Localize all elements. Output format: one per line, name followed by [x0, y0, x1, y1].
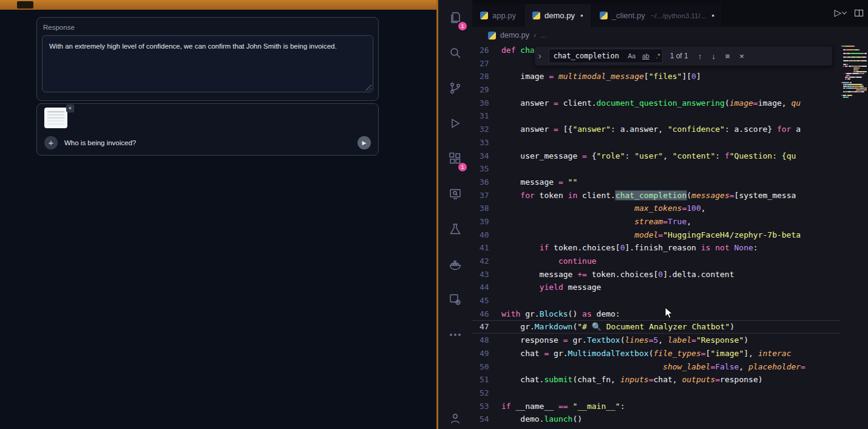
code-line[interactable]: 50 show_label=False, placeholder=: [472, 360, 840, 374]
line-number[interactable]: 34: [472, 149, 501, 163]
account-icon[interactable]: [438, 401, 472, 429]
line-number[interactable]: 55: [472, 426, 501, 429]
code-line[interactable]: 43 message += token.choices[0].delta.con…: [472, 268, 840, 281]
find-in-selection-button[interactable]: ≡: [723, 51, 733, 61]
find-next-button[interactable]: ↓: [709, 51, 718, 61]
explorer-icon[interactable]: 1: [438, 0, 472, 35]
line-number[interactable]: 43: [472, 268, 501, 281]
line-number[interactable]: 53: [472, 400, 501, 413]
breadcrumb-file[interactable]: demo.py: [500, 31, 529, 39]
code-line[interactable]: 29: [472, 83, 840, 97]
line-number[interactable]: 51: [472, 373, 501, 386]
line-number[interactable]: 39: [472, 215, 501, 228]
code-line[interactable]: 54 demo.launch(): [472, 413, 840, 426]
line-number[interactable]: 47: [472, 320, 501, 334]
tab-demo-py[interactable]: demo.py ●: [524, 4, 592, 27]
run-python-file-button[interactable]: ▷: [834, 7, 846, 18]
line-number[interactable]: 40: [472, 228, 501, 242]
response-textarea[interactable]: With an extremely high level of confiden…: [42, 35, 373, 92]
resize-handle-icon[interactable]: [365, 84, 371, 91]
minimap[interactable]: [840, 44, 868, 429]
line-number[interactable]: 30: [472, 97, 501, 110]
whole-word-button[interactable]: ab: [640, 52, 651, 60]
dirty-indicator-icon[interactable]: ●: [580, 13, 583, 18]
line-number[interactable]: 52: [472, 386, 501, 400]
line-number[interactable]: 27: [472, 57, 501, 70]
line-number[interactable]: 31: [472, 109, 501, 123]
code-line[interactable]: 55: [472, 426, 840, 429]
tab-app-py[interactable]: app.py: [472, 4, 524, 27]
tab-client-py[interactable]: _client.py ~/.../python3.11/... ●: [592, 4, 723, 27]
line-number[interactable]: 49: [472, 347, 501, 360]
code-line[interactable]: 49 chat = gr.MultimodalTextbox(file_type…: [472, 347, 840, 360]
line-number[interactable]: 48: [472, 334, 501, 347]
add-attachment-button[interactable]: +: [44, 136, 58, 149]
code-line[interactable]: 47 gr.Markdown("# 🔍 Document Analyzer Ch…: [472, 320, 840, 334]
code-line[interactable]: 44 yield message: [472, 281, 840, 294]
python-file-icon: [600, 12, 608, 19]
code-line[interactable]: 35: [472, 162, 840, 176]
find-input[interactable]: chat_completion Aa ab .*: [549, 49, 663, 63]
line-number[interactable]: 28: [472, 70, 501, 83]
code-line[interactable]: 48 response = gr.Textbox(lines=5, label=…: [472, 334, 840, 347]
code-line[interactable]: 53if __name__ == "__main__":: [472, 400, 840, 413]
code-line[interactable]: 46with gr.Blocks() as demo:: [472, 307, 840, 321]
docker-icon[interactable]: [438, 247, 472, 282]
line-number[interactable]: 46: [472, 307, 501, 321]
regex-button[interactable]: .*: [654, 52, 662, 60]
find-close-button[interactable]: ×: [737, 51, 747, 61]
line-number[interactable]: 38: [472, 202, 501, 215]
remote-explorer-icon[interactable]: [438, 176, 472, 211]
extensions-icon[interactable]: 1: [438, 141, 472, 176]
remove-attachment-button[interactable]: ×: [66, 105, 74, 112]
code-line[interactable]: 40 model="HuggingFaceH4/zephyr-7b-beta: [472, 228, 840, 242]
code-line[interactable]: 52: [472, 386, 840, 400]
line-number[interactable]: 32: [472, 123, 501, 136]
line-number[interactable]: 50: [472, 360, 501, 374]
line-number[interactable]: 36: [472, 176, 501, 189]
tools-gear-icon[interactable]: [438, 282, 472, 317]
code-line[interactable]: 42 continue: [472, 255, 840, 268]
line-number[interactable]: 42: [472, 255, 501, 268]
response-textbox-block: Response With an extremely high level of…: [36, 17, 379, 101]
breadcrumb-symbol[interactable]: ...: [540, 31, 546, 39]
code-line[interactable]: 33: [472, 136, 840, 149]
find-collapse-chevron-icon[interactable]: ›: [536, 51, 544, 61]
line-number[interactable]: 45: [472, 294, 501, 307]
testing-flask-icon[interactable]: [438, 211, 472, 247]
line-number[interactable]: 54: [472, 413, 501, 426]
browser-tab-chip[interactable]: [17, 1, 33, 9]
code-line[interactable]: 37 for token in client.chat_completion(m…: [472, 189, 840, 202]
code-line[interactable]: 39 stream=True,: [472, 215, 840, 228]
code-line[interactable]: 32 answer = [{"answer": a.answer, "confi…: [472, 123, 840, 136]
code-line[interactable]: 51 chat.submit(chat_fn, inputs=chat, out…: [472, 373, 840, 386]
run-debug-icon[interactable]: [438, 106, 472, 141]
attached-image-thumbnail[interactable]: [44, 108, 67, 128]
split-editor-icon[interactable]: [855, 10, 863, 16]
line-number[interactable]: 44: [472, 281, 501, 294]
line-number[interactable]: 33: [472, 136, 501, 149]
run-dropdown-chevron-icon[interactable]: [842, 9, 847, 14]
code-line[interactable]: 38 max_tokens=100,: [472, 202, 840, 215]
match-case-button[interactable]: Aa: [626, 52, 637, 60]
line-number[interactable]: 41: [472, 241, 501, 255]
find-previous-button[interactable]: ↑: [696, 51, 705, 61]
dirty-indicator-icon[interactable]: ●: [711, 13, 714, 18]
source-control-icon[interactable]: [438, 70, 472, 106]
code-line[interactable]: 41 if token.choices[0].finish_reason is …: [472, 241, 840, 255]
code-editor[interactable]: 26def chat_fn(multimodal_message):2728 i…: [472, 44, 868, 429]
line-number[interactable]: 26: [472, 44, 501, 57]
chat-message-input[interactable]: Who is being invoiced?: [64, 139, 351, 146]
line-number[interactable]: 37: [472, 189, 501, 202]
line-number[interactable]: 29: [472, 83, 501, 97]
code-line[interactable]: 28 image = multimodal_message["files"][0…: [472, 70, 840, 83]
line-number[interactable]: 35: [472, 162, 501, 176]
more-views-icon[interactable]: [438, 317, 472, 352]
code-line[interactable]: 31: [472, 109, 840, 123]
code-line[interactable]: 30 answer = client.document_question_ans…: [472, 97, 840, 110]
code-line[interactable]: 45: [472, 294, 840, 307]
send-button[interactable]: ▶: [358, 136, 371, 149]
search-icon[interactable]: [438, 35, 472, 70]
code-line[interactable]: 36 message = "": [472, 176, 840, 189]
code-line[interactable]: 34 user_message = {"role": "user", "cont…: [472, 149, 840, 163]
